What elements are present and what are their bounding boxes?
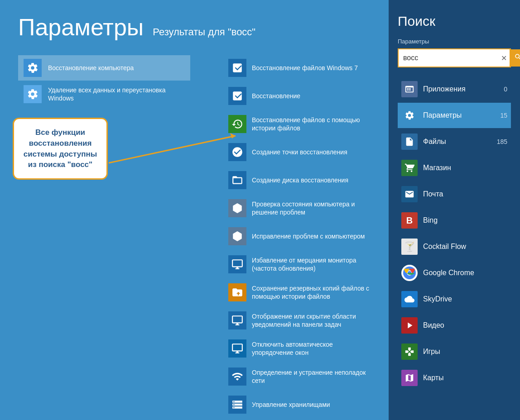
result-item-restore-files-history[interactable]: Восстановление файлов с помощью истории … <box>222 110 376 138</box>
svg-rect-2 <box>409 88 411 89</box>
category-apps-count: 0 <box>504 86 507 93</box>
category-item-maps[interactable]: Карты <box>398 365 511 391</box>
storage-icon <box>228 396 246 414</box>
category-bing-label: Bing <box>423 216 507 224</box>
result-label-restore-files-history: Восстановление файлов с помощью истории … <box>252 116 370 132</box>
create-restore-disk-icon <box>228 171 246 189</box>
category-item-games[interactable]: Игры <box>398 339 511 364</box>
category-settings-count: 15 <box>500 112 507 119</box>
skydrive-icon <box>401 291 418 307</box>
category-files-label: Файлы <box>423 138 497 146</box>
settings-item-restore-pc-label: Восстановление компьютера <box>48 64 134 72</box>
category-item-files[interactable]: Файлы 185 <box>398 129 511 154</box>
result-item-notifications[interactable]: Отображение или скрытие области уведомле… <box>222 307 376 334</box>
category-list: Приложения 0 Параметры 15 Файлы 185 Мага… <box>398 76 511 391</box>
result-item-backup-files[interactable]: Сохранение резервных копий файлов с помо… <box>222 279 376 306</box>
results-list: Восстановление файлов Windows 7 Восстано… <box>222 54 376 419</box>
apps-icon <box>401 81 418 97</box>
category-item-settings[interactable]: Параметры 15 <box>398 103 511 128</box>
result-item-check-pc[interactable]: Проверка состояния компьютера и решение … <box>222 195 376 222</box>
svg-rect-1 <box>407 90 409 91</box>
result-item-storage[interactable]: Управление хранилищами <box>222 391 376 418</box>
result-label-restore: Восстановление <box>252 92 300 100</box>
result-label-check-pc: Проверка состояния компьютера и решение … <box>252 200 370 216</box>
search-go-button[interactable] <box>510 49 520 67</box>
mail-icon <box>401 186 418 202</box>
result-item-restore[interactable]: Восстановление <box>222 82 376 110</box>
result-item-create-restore-point[interactable]: Создание точки восстановления <box>222 138 376 166</box>
svg-rect-0 <box>407 88 409 89</box>
settings-list: Восстановление компьютера Удаление всех … <box>18 55 190 107</box>
category-chrome-label: Google Chrome <box>423 269 507 277</box>
settings-icon <box>401 107 418 124</box>
restore-files-7-icon <box>228 59 246 77</box>
auto-arrange-icon <box>228 339 246 358</box>
category-files-count: 185 <box>497 138 507 145</box>
store-icon <box>401 160 418 176</box>
bing-icon: B <box>401 212 418 229</box>
chrome-icon <box>401 265 418 281</box>
result-label-create-restore-point: Создание точки восстановления <box>252 148 347 156</box>
result-label-auto-arrange: Отключить автоматическое упорядочение ок… <box>252 340 370 357</box>
create-restore-point-icon <box>228 143 246 161</box>
result-label-notifications: Отображение или скрытие области уведомле… <box>252 312 370 329</box>
search-category-label: Параметры <box>398 38 511 45</box>
search-clear-button[interactable]: ✕ <box>498 51 510 65</box>
category-settings-label: Параметры <box>423 111 500 119</box>
result-label-fix-flicker: Избавление от мерцания монитора (частота… <box>252 256 370 272</box>
result-label-restore-files-7: Восстановление файлов Windows 7 <box>252 64 358 72</box>
category-item-video[interactable]: Видео <box>398 313 511 338</box>
result-label-storage: Управление хранилищами <box>252 401 330 409</box>
search-input-row: ✕ <box>398 48 511 67</box>
category-video-label: Видео <box>423 321 507 329</box>
category-cocktail-label: Cocktail Flow <box>423 243 507 251</box>
settings-item-restore-pc[interactable]: Восстановление компьютера <box>18 55 190 81</box>
result-item-auto-arrange[interactable]: Отключить автоматическое упорядочение ок… <box>222 335 376 362</box>
maps-icon <box>401 370 418 386</box>
restore-files-history-icon <box>228 115 246 133</box>
category-item-chrome[interactable]: Google Chrome <box>398 260 511 286</box>
category-item-skydrive[interactable]: SkyDrive <box>398 286 511 312</box>
result-label-create-restore-disk: Создание диска восстановления <box>252 176 348 184</box>
category-maps-label: Карты <box>423 374 507 382</box>
settings-item-reset-pc-label: Удаление всех данных и переустановка Win… <box>48 86 185 102</box>
tooltip-text: Все функции восстановления системы досту… <box>24 128 97 169</box>
fix-problems-icon <box>228 227 246 245</box>
network-issues-icon <box>228 368 246 386</box>
cocktail-icon: 🍸 <box>401 239 418 255</box>
games-icon <box>401 344 418 360</box>
tooltip-bubble: Все функции восстановления системы досту… <box>13 118 108 180</box>
category-item-cocktail[interactable]: 🍸 Cocktail Flow <box>398 234 511 259</box>
check-pc-icon <box>228 199 246 217</box>
video-icon <box>401 317 418 334</box>
search-panel: Поиск Параметры ✕ Приложения 0 Параметры… <box>389 0 520 420</box>
backup-files-icon <box>228 283 246 301</box>
gear-icon-2 <box>24 85 42 103</box>
fix-flicker-icon <box>228 255 246 273</box>
settings-item-reset-pc[interactable]: Удаление всех данных и переустановка Win… <box>18 81 190 107</box>
search-input[interactable] <box>399 51 498 65</box>
category-item-store[interactable]: Магазин <box>398 155 511 181</box>
category-skydrive-label: SkyDrive <box>423 295 507 303</box>
search-title: Поиск <box>398 14 511 29</box>
result-item-fix-problems[interactable]: Исправление проблем с компьютером <box>222 223 376 250</box>
result-item-create-restore-disk[interactable]: Создание диска восстановления <box>222 167 376 194</box>
page-title: Параметры <box>18 14 144 41</box>
category-games-label: Игры <box>423 348 507 356</box>
category-mail-label: Почта <box>423 190 507 198</box>
result-item-restore-files-7[interactable]: Восстановление файлов Windows 7 <box>222 54 376 81</box>
result-label-fix-problems: Исправление проблем с компьютером <box>252 232 365 240</box>
category-item-bing[interactable]: B Bing <box>398 208 511 233</box>
category-item-mail[interactable]: Почта <box>398 181 511 207</box>
result-label-backup-files: Сохранение резервных копий файлов с помо… <box>252 284 370 301</box>
svg-rect-3 <box>409 90 411 91</box>
category-apps-label: Приложения <box>423 85 504 93</box>
gear-icon <box>24 59 42 77</box>
files-icon <box>401 134 418 150</box>
result-item-fix-flicker[interactable]: Избавление от мерцания монитора (частота… <box>222 251 376 278</box>
notifications-icon <box>228 311 246 329</box>
category-item-apps[interactable]: Приложения 0 <box>398 76 511 102</box>
page-subtitle: Результаты для "восс" <box>153 26 255 38</box>
result-item-network-issues[interactable]: Определение и устранение неполадок сети <box>222 363 376 390</box>
result-label-network-issues: Определение и устранение неполадок сети <box>252 368 370 385</box>
